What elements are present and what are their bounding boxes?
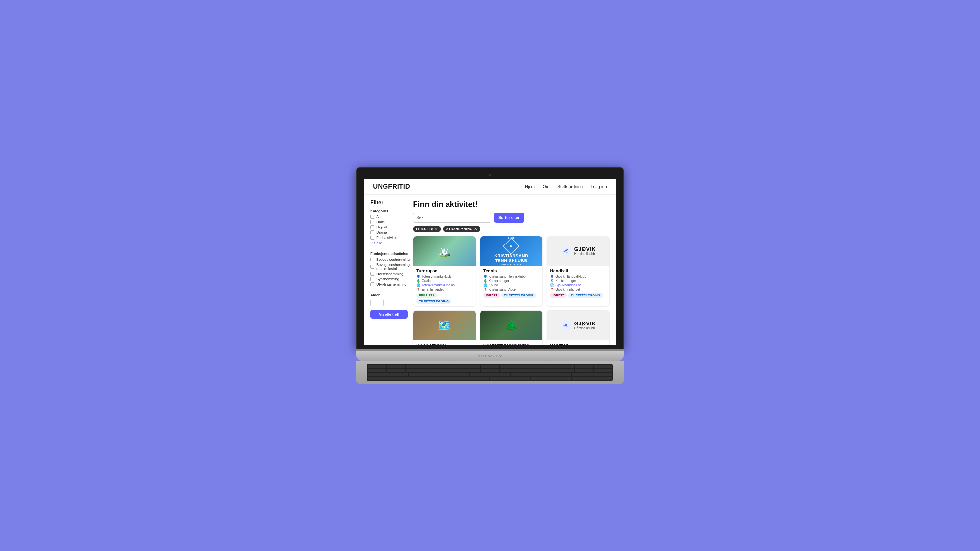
card-turgruppe[interactable]: Turgruppe 👤 Toten villmarksklubb 💲 bbox=[413, 236, 476, 306]
card-tennis-location-label: Kristiansand, Agder bbox=[489, 287, 517, 291]
nav-om[interactable]: Om bbox=[542, 184, 549, 189]
key bbox=[519, 365, 537, 368]
card-orientering-image bbox=[480, 311, 542, 340]
nav-logg-inn[interactable]: Logg inn bbox=[590, 184, 607, 189]
key bbox=[424, 365, 442, 368]
key bbox=[592, 373, 612, 376]
filter-utvikling: Utviklingshemming bbox=[371, 283, 408, 286]
card-handball1-title: Håndball bbox=[550, 268, 606, 273]
filter-horsel: Hørselshemming bbox=[371, 272, 408, 276]
filter-alle: Alle bbox=[371, 215, 408, 219]
gjovik-bird-icon2 bbox=[560, 319, 572, 331]
card-handball1-org-label: Gjøvik Håndballklubb bbox=[555, 275, 586, 278]
card-tennis-link[interactable]: Ktk.no bbox=[489, 283, 498, 287]
key bbox=[406, 369, 424, 372]
filter-bevegelse-rullestol-label: Bevegelseshemming med rullestol bbox=[376, 263, 410, 271]
filter-ferieaktivitet-checkbox[interactable] bbox=[371, 236, 374, 240]
card-tennis-price-label: Koster penger bbox=[489, 279, 509, 283]
gjovik-name: GJØVIK bbox=[574, 246, 595, 252]
card-turgruppe-org-label: Toten villmarksklubb bbox=[422, 275, 451, 278]
card-tennis[interactable]: 1888 K KRISTIANSAND TENNISKLUBB WWW.KTK.… bbox=[480, 236, 543, 306]
key bbox=[481, 365, 499, 368]
laptop-brand-label: MacBook Pro bbox=[477, 354, 503, 358]
gjovik-bird-icon bbox=[560, 245, 572, 257]
active-filter-synshemming[interactable]: SYNSHEMMING ✕ bbox=[443, 226, 480, 232]
filter-digitalt-checkbox[interactable] bbox=[371, 225, 374, 229]
filter-drama-checkbox[interactable] bbox=[371, 230, 374, 234]
filter-utvikling-checkbox[interactable] bbox=[371, 283, 374, 286]
key bbox=[594, 365, 612, 368]
card-handball1-link[interactable]: Gjovikhandball.no bbox=[555, 283, 581, 287]
remove-synshemming-icon: ✕ bbox=[474, 227, 477, 231]
card-stifinner[interactable]: Bli en stifinner 👤 Borge KFUK-KFUM Speid… bbox=[413, 310, 476, 345]
navbar: UNGFRITID Hjem Om Støtteordning Logg inn bbox=[364, 179, 616, 195]
filter-drama: Drama bbox=[371, 230, 408, 234]
search-input[interactable] bbox=[413, 213, 491, 222]
gjovik-text: GJØVIK Håndballklubb bbox=[574, 246, 595, 256]
card-handball1-tags: IDRETT TILRETTELEGGING bbox=[550, 293, 606, 298]
card-handball1-meta: 👤 Gjøvik Håndballklubb 💲 Koster penger bbox=[550, 275, 606, 291]
nav-stotteordning[interactable]: Støtteordning bbox=[557, 184, 583, 189]
key bbox=[409, 373, 428, 376]
card-turgruppe-website: 🌐 Totenvillmarksklubb.no bbox=[417, 283, 473, 287]
price-icon: 💲 bbox=[484, 279, 487, 283]
laptop-bottom: MacBook Pro bbox=[356, 351, 624, 361]
card-tennis-tags: IDRETT TILRETTELEGGING bbox=[484, 293, 539, 298]
key bbox=[429, 373, 449, 376]
filter-dans-checkbox[interactable] bbox=[371, 220, 374, 224]
tennis-diamond-inner: K bbox=[510, 244, 512, 248]
card-tennis-body: Tennis 👤 Kristiansand, Tennisklubb 💲 bbox=[480, 266, 542, 300]
card-tennis-title: Tennis bbox=[484, 268, 539, 273]
card-turgruppe-image bbox=[413, 236, 476, 266]
card-tennis-org: 👤 Kristiansand, Tennisklubb bbox=[484, 275, 539, 278]
card-turgruppe-location: 📍 Eina, Innlandet bbox=[417, 287, 473, 291]
nav-hjem[interactable]: Hjem bbox=[525, 184, 535, 189]
age-input[interactable] bbox=[371, 299, 383, 306]
tennis-diamond: K bbox=[503, 238, 520, 254]
key bbox=[462, 365, 480, 368]
tennis-logo: 1888 K KRISTIANSAND TENNISKLUBB WWW.KTK.… bbox=[494, 236, 528, 266]
card-stifinner-body: Bli en stifinner 👤 Borge KFUK-KFUM Speid… bbox=[413, 340, 476, 345]
key bbox=[500, 365, 518, 368]
filter-horsel-checkbox[interactable] bbox=[371, 272, 374, 276]
card-turgruppe-link[interactable]: Totenvillmarksklubb.no bbox=[422, 283, 455, 287]
filter-title: Filter bbox=[371, 200, 408, 206]
key bbox=[511, 373, 530, 376]
active-filter-frilufts[interactable]: FRILUFTS ✕ bbox=[413, 226, 441, 232]
sidebar: Filter Kategorier Alle Dans Digita bbox=[371, 200, 413, 345]
space-key bbox=[368, 377, 489, 380]
filter-alle-checkbox[interactable] bbox=[371, 215, 374, 219]
filter-divider-2 bbox=[371, 289, 408, 290]
filter-syn-checkbox[interactable] bbox=[371, 277, 374, 281]
card-handball1[interactable]: GJØVIK Håndballklubb Håndball bbox=[547, 236, 609, 306]
filter-bevegelse-label: Bevegelseshemming bbox=[376, 257, 410, 262]
key bbox=[387, 365, 405, 368]
vis-alle-treff-button[interactable]: Vis alle treff bbox=[371, 310, 408, 319]
web-icon: 🌐 bbox=[417, 283, 420, 287]
vis-alle-kategorier[interactable]: Vis alle bbox=[371, 241, 408, 245]
card-handball2-image: GJØVIK Håndballklubb bbox=[547, 311, 609, 340]
search-row: Sorter etter bbox=[413, 213, 609, 222]
filter-alle-label: Alle bbox=[376, 215, 382, 219]
location-icon: 📍 bbox=[417, 287, 420, 291]
filter-bevegelse-rullestol-checkbox[interactable] bbox=[371, 265, 374, 268]
content-area: Finn din aktivitet! Sorter etter FRILUFT… bbox=[413, 200, 609, 345]
screen: UNGFRITID Hjem Om Støtteordning Logg inn… bbox=[364, 179, 616, 345]
key bbox=[481, 369, 499, 372]
tag-tilrettelegging: TILRETTELEGGING bbox=[568, 293, 603, 298]
tennis-club-name2: TENNISKLUBB bbox=[494, 258, 528, 263]
key-row-1 bbox=[368, 365, 612, 368]
key-row-4 bbox=[368, 377, 612, 380]
sort-button[interactable]: Sorter etter bbox=[494, 213, 524, 222]
filter-bevegelse-checkbox[interactable] bbox=[371, 257, 374, 262]
browser-content: UNGFRITID Hjem Om Støtteordning Logg inn… bbox=[364, 179, 616, 345]
card-turgruppe-org: 👤 Toten villmarksklubb bbox=[417, 275, 473, 278]
filter-drama-label: Drama bbox=[376, 230, 387, 234]
key-row-3 bbox=[368, 373, 612, 376]
filter-ferieaktivitet-label: Ferieaktivitet bbox=[376, 236, 396, 240]
key bbox=[368, 369, 387, 372]
card-handball2[interactable]: GJØVIK Håndballklubb Håndball bbox=[547, 310, 609, 345]
tag-tilrettelegging: TILRETTELEGGING bbox=[417, 299, 452, 303]
card-orientering[interactable]: Orienteringsopplæring 👤 Elker o-lag bbox=[480, 310, 543, 345]
key bbox=[424, 369, 442, 372]
